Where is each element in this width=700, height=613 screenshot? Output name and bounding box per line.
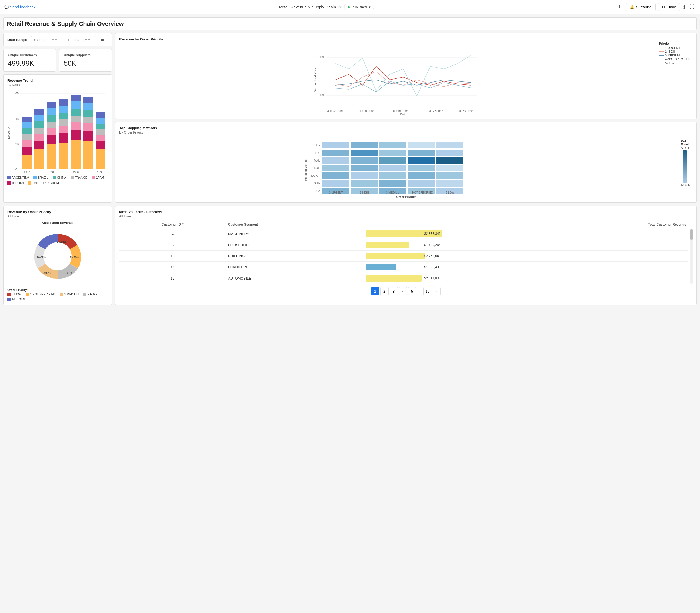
date-range-input[interactable]: Start date (MM... → End date (MM... bbox=[31, 36, 96, 43]
revenue-trend-chart: 6B 4B 2B 0 Revenue bbox=[7, 90, 108, 174]
bar-jordan-2 bbox=[35, 141, 44, 149]
cell-air-low bbox=[436, 142, 464, 148]
bar-china-4 bbox=[59, 113, 68, 119]
china-label: CHINA bbox=[57, 176, 66, 179]
svg-text:REG AIR: REG AIR bbox=[309, 174, 320, 177]
svg-text:Jan 30, 1994: Jan 30, 1994 bbox=[458, 109, 474, 113]
info-button[interactable]: ℹ bbox=[682, 3, 686, 11]
heatmap-min: 854.95K bbox=[679, 183, 690, 186]
bar-brazil-2 bbox=[35, 115, 44, 121]
calendar-icon[interactable]: ⇄ bbox=[101, 38, 104, 42]
bar-france-4 bbox=[59, 119, 68, 126]
bar-brazil-6 bbox=[83, 103, 93, 110]
page-last-button[interactable]: 16 bbox=[423, 287, 431, 295]
table-scrollbar[interactable] bbox=[690, 229, 693, 284]
page-3-button[interactable]: 3 bbox=[390, 287, 398, 295]
priority-legend: Priority 1-URGENT 2-HIGH 3-MEDIUM bbox=[659, 42, 690, 65]
svg-text:AIR: AIR bbox=[316, 144, 320, 147]
cell-regair-low bbox=[436, 172, 464, 179]
bar-china-5 bbox=[71, 108, 81, 116]
table-row: 4 MACHINERY $2,873,346 bbox=[119, 228, 688, 239]
4notspec-color bbox=[26, 293, 29, 296]
cell-mail-urgent bbox=[322, 157, 349, 164]
bar-uk-6 bbox=[83, 141, 93, 169]
1urgent-label: 1-URGENT bbox=[12, 298, 27, 301]
heatmap-max: 859.65K bbox=[679, 147, 690, 150]
legend-4-not-specified: 4-NOT SPECIFIED bbox=[659, 57, 690, 61]
line-chart-area: Priority 1-URGENT 2-HIGH 3-MEDIUM bbox=[119, 42, 693, 115]
bar-uk-3 bbox=[47, 144, 56, 169]
cell-ship-low bbox=[436, 180, 464, 186]
published-badge[interactable]: Published ▾ bbox=[344, 3, 374, 10]
arrow-right-icon: → bbox=[63, 38, 66, 42]
bar-france-2 bbox=[35, 128, 44, 133]
bar-japan-5 bbox=[71, 122, 81, 130]
cell-mail-notspec bbox=[408, 157, 435, 164]
cell-fob-low bbox=[436, 149, 464, 156]
1urgent-color bbox=[7, 298, 11, 301]
cell-segment: HOUSEHOLD bbox=[226, 239, 364, 251]
legend-5-low: 5-LOW bbox=[659, 61, 690, 65]
legend-japan: JAPAN bbox=[91, 176, 105, 179]
3medium-color bbox=[60, 293, 63, 296]
cell-revenue: $2,252,040 bbox=[364, 251, 688, 262]
customers-table: Customer ID # Customer Segment Total Cus… bbox=[119, 221, 688, 284]
page-5-button[interactable]: 5 bbox=[408, 287, 416, 295]
heatmap-legend: Order Count 859.65K 854.95K bbox=[677, 137, 693, 194]
table-row: 17 AUTOMOBILE $2,114,808 bbox=[119, 273, 688, 284]
low-label: 5-LOW bbox=[665, 61, 674, 65]
header-actions: ↻ 🔔 Subscribe ⊡ Share ℹ ⛶ bbox=[618, 3, 696, 11]
bar-china-6 bbox=[83, 110, 93, 117]
cell-fob-high bbox=[351, 149, 378, 156]
table-row: 13 BUILDING $2,252,040 bbox=[119, 251, 688, 262]
refresh-button[interactable]: ↻ bbox=[618, 3, 624, 11]
bar-arg-7 bbox=[95, 112, 105, 118]
bar-arg-3 bbox=[47, 102, 56, 108]
donut-svg: 20.14% 19.76% 19.98% 20.03% 20.09% bbox=[28, 226, 88, 286]
fullscreen-button[interactable]: ⛶ bbox=[689, 3, 696, 11]
page-2-button[interactable]: 2 bbox=[380, 287, 389, 295]
table-body: 4 MACHINERY $2,873,346 5 HOUSEHOLD $1,60… bbox=[119, 228, 688, 284]
subscribe-button[interactable]: 🔔 Subscribe bbox=[626, 3, 656, 11]
header-row: Customer ID # Customer Segment Total Cus… bbox=[119, 221, 688, 228]
heatmap-subtitle: By Order Priority bbox=[119, 131, 693, 134]
bar-france-3 bbox=[47, 122, 56, 128]
page-4-button[interactable]: 4 bbox=[399, 287, 407, 295]
5low-color bbox=[7, 293, 11, 296]
cell-regair-notspec bbox=[408, 172, 435, 179]
svg-text:Shipping Method: Shipping Method bbox=[304, 158, 307, 181]
bar-uk-1 bbox=[22, 155, 32, 169]
medium-label: 3-MEDIUM bbox=[665, 54, 679, 57]
unique-customers-card: Unique Customers 499.99K bbox=[3, 49, 56, 72]
send-feedback-button[interactable]: 💬 Send feedback bbox=[4, 5, 35, 9]
svg-text:TRUCK: TRUCK bbox=[311, 190, 320, 193]
page-1-button[interactable]: 1 bbox=[371, 287, 379, 295]
published-dot bbox=[348, 6, 350, 8]
table-row: 14 FURNITURE $1,123,496 bbox=[119, 262, 688, 273]
feedback-icon: 💬 bbox=[4, 5, 9, 9]
heatmap-legend-title: Order Count bbox=[677, 140, 693, 146]
svg-text:100M: 100M bbox=[317, 56, 324, 58]
bar-brazil-4 bbox=[59, 106, 68, 113]
cell-segment: BUILDING bbox=[226, 251, 364, 262]
bar-arg-6 bbox=[83, 97, 93, 103]
donut-hole bbox=[43, 242, 72, 270]
page-next-button[interactable]: › bbox=[432, 287, 441, 295]
bar-jordan-5 bbox=[71, 130, 81, 140]
revenue-trend-subtitle: By Nation bbox=[7, 83, 108, 87]
line-chart-card: Revenue by Order Priority Priority 1-URG… bbox=[115, 33, 697, 119]
cell-revenue: $2,114,808 bbox=[364, 273, 688, 284]
top-section: Date Range Start date (MM... → End date … bbox=[3, 33, 697, 203]
legend-jordan: JORDAN bbox=[7, 181, 24, 185]
cell-rail-urgent bbox=[322, 165, 349, 171]
legend-brazil: BRAZIL bbox=[34, 176, 48, 179]
share-button[interactable]: ⊡ Share bbox=[658, 3, 680, 11]
star-icon[interactable]: ☆ bbox=[338, 4, 342, 10]
donut-legend-items: 5-LOW 4-NOT SPECIFIED 3-MEDIUM 2-HIGH bbox=[7, 293, 108, 301]
cell-regair-high bbox=[351, 172, 378, 179]
pct-3medium: 20.03% bbox=[41, 272, 51, 274]
svg-text:0: 0 bbox=[15, 168, 17, 171]
uk-label: UNITED KINGDOM bbox=[33, 181, 59, 185]
cell-id: 17 bbox=[119, 273, 226, 284]
donut-legend: Order Priority: 5-LOW 4-NOT SPECIFIED 3-… bbox=[7, 288, 108, 301]
